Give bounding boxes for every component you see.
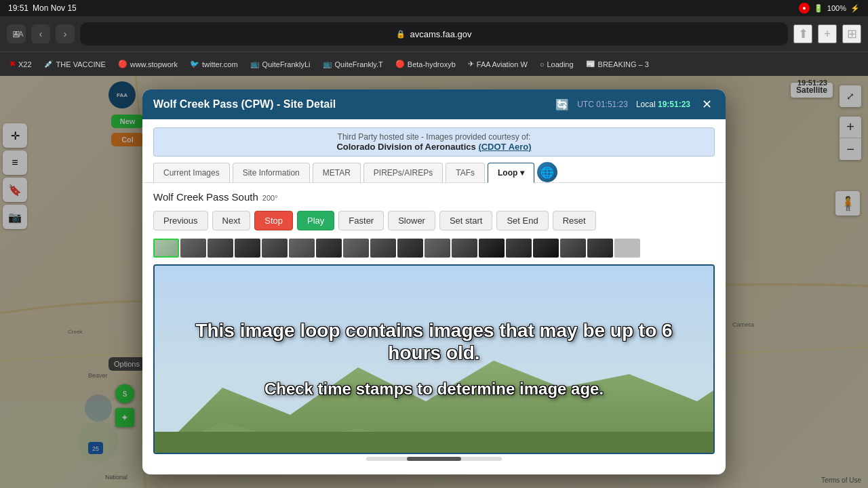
bookmark-loading-label: Loading — [547, 60, 573, 68]
modal-body: Third Party hosted site - Images provide… — [142, 119, 726, 474]
film-frame-14[interactable] — [533, 239, 559, 258]
camera-title: Wolf Creek Pass South 200° — [153, 191, 715, 203]
overlay-line1: This image loop contains images that may… — [168, 319, 700, 365]
browser-chrome: ⊞ ‹ › AA 🔒 avcams.faa.gov ⬆ + ⊞ — [0, 16, 868, 52]
previous-button[interactable]: Previous — [153, 211, 208, 230]
bookmark-breaking[interactable]: 📰 BREAKING – 3 — [580, 57, 654, 71]
bookmark-stopwork-icon: 🔴 — [118, 60, 127, 68]
film-frame-0[interactable] — [153, 239, 179, 258]
modal-title: Wolf Creek Pass (CPW) - Site Detail — [153, 98, 336, 110]
tab-globe-button[interactable]: 🌐 — [537, 162, 557, 182]
set-end-button[interactable]: Set End — [496, 211, 548, 230]
film-frame-2[interactable] — [208, 239, 233, 258]
utc-label: UTC 01:51:23 — [577, 100, 628, 109]
charging-icon: ⚡ — [850, 4, 860, 13]
film-frame-10[interactable] — [425, 239, 450, 258]
bookmark-beta-label: Beta-hydroxyb — [408, 60, 456, 68]
film-frame-1[interactable] — [180, 239, 206, 258]
scroll-thumb — [407, 457, 461, 461]
film-frame-11[interactable] — [452, 239, 477, 258]
bookmark-twitter-icon: 🐦 — [190, 60, 199, 68]
tab-loop[interactable]: Loop ▾ — [488, 163, 534, 183]
film-frame-7[interactable] — [343, 239, 369, 258]
url-lock-icon: 🔒 — [396, 30, 406, 39]
tab-site-information[interactable]: Site Information — [233, 163, 310, 183]
bookmarks-bar: ✖ X22 💉 THE VACCINE 🔴 www.stopwork 🐦 twi… — [0, 52, 868, 76]
third-party-banner: Third Party hosted site - Images provide… — [153, 127, 715, 157]
modal-close-button[interactable]: ✕ — [698, 96, 715, 113]
tab-pireps[interactable]: PIREPs/AIREPs — [363, 163, 443, 183]
status-date: Mon Nov 15 — [33, 3, 77, 13]
bookmark-loading[interactable]: ○ Loading — [534, 58, 579, 71]
bookmark-breaking-label: BREAKING – 3 — [598, 60, 649, 68]
bookmark-vaccine[interactable]: 💉 THE VACCINE — [39, 57, 111, 71]
stop-button[interactable]: Stop — [254, 211, 293, 230]
bookmark-x22-label: X22 — [18, 60, 32, 68]
back-button[interactable]: ‹ — [31, 24, 50, 43]
forward-button[interactable]: › — [56, 24, 75, 43]
modal-refresh-button[interactable]: 🔄 — [555, 98, 569, 111]
tabs-button[interactable]: ⊞ — [842, 24, 861, 43]
battery-pct: 100% — [827, 4, 846, 12]
film-frame-17[interactable] — [614, 239, 640, 258]
bookmark-frankly2-label: QuiteFrankly.T — [335, 60, 383, 68]
bookmark-x22[interactable]: ✖ X22 — [4, 57, 37, 71]
tab-tafs[interactable]: TAFs — [446, 163, 485, 183]
film-frame-12[interactable] — [479, 239, 505, 258]
bookmark-frankly1[interactable]: 📺 QuiteFranklyLi — [245, 57, 316, 71]
film-frame-3[interactable] — [235, 239, 260, 258]
film-frame-13[interactable] — [506, 239, 532, 258]
playback-controls: Previous Next Stop Play Faster Slower Se… — [153, 211, 715, 230]
modal-tabs: Current Images Site Information METAR PI… — [142, 162, 726, 183]
reset-button[interactable]: Reset — [553, 211, 596, 230]
url-bar[interactable]: AA 🔒 avcams.faa.gov — [80, 22, 788, 45]
play-button[interactable]: Play — [297, 211, 334, 230]
modal-overlay: Wolf Creek Pass (CPW) - Site Detail 🔄 UT… — [0, 76, 868, 488]
bookmark-x22-icon: ✖ — [9, 60, 16, 68]
bookmark-faa[interactable]: ✈ FAA Aviation W — [462, 57, 533, 71]
next-button[interactable]: Next — [212, 211, 251, 230]
battery-icon: 🔋 — [814, 4, 823, 13]
status-bar-left: 19:51 Mon Nov 15 — [8, 3, 77, 13]
url-text: avcams.faa.gov — [410, 29, 471, 39]
map-container: Beaver Creek Celesti Camera Camera Natio… — [0, 76, 868, 488]
scroll-track — [366, 457, 502, 461]
cdot-link[interactable]: (CDOT Aero) — [478, 142, 531, 152]
camera-degree: 200° — [262, 194, 278, 202]
bookmark-beta-icon: 🔴 — [395, 60, 405, 68]
bookmark-beta[interactable]: 🔴 Beta-hydroxyb — [390, 57, 461, 71]
modal-content: Wolf Creek Pass South 200° Previous Next… — [142, 191, 726, 474]
film-frame-5[interactable] — [289, 239, 315, 258]
bookmark-frankly1-icon: 📺 — [250, 60, 260, 68]
status-bar-right: ● 🔋 100% ⚡ — [799, 3, 860, 14]
bookmark-vaccine-icon: 💉 — [44, 60, 54, 68]
camera-name: Wolf Creek Pass South — [153, 191, 258, 203]
bookmark-frankly1-label: QuiteFranklyLi — [262, 60, 311, 68]
status-bar: 19:51 Mon Nov 15 ● 🔋 100% ⚡ — [0, 0, 868, 16]
set-start-button[interactable]: Set start — [439, 211, 492, 230]
tab-current-images[interactable]: Current Images — [153, 163, 230, 183]
bookmark-stopwork-label: www.stopwork — [130, 60, 178, 68]
overlay-line2: Check time stamps to determine image age… — [168, 378, 700, 399]
bookmark-twitter-label: twitter.com — [202, 60, 238, 68]
bookmark-twitter[interactable]: 🐦 twitter.com — [184, 57, 243, 71]
new-tab-button[interactable]: + — [818, 24, 837, 43]
tab-metar[interactable]: METAR — [313, 163, 361, 183]
camera-image-area: This image loop contains images that may… — [153, 264, 715, 454]
film-frame-4[interactable] — [262, 239, 288, 258]
film-frame-8[interactable] — [370, 239, 396, 258]
third-party-line2: Colorado Division of Aeronautics (CDOT A… — [162, 142, 706, 152]
bookmark-frankly2[interactable]: 📺 QuiteFrankly.T — [317, 57, 389, 71]
modal-dialog: Wolf Creek Pass (CPW) - Site Detail 🔄 UT… — [142, 89, 726, 474]
film-frame-15[interactable] — [560, 239, 586, 258]
record-icon: ● — [799, 3, 810, 14]
faster-button[interactable]: Faster — [338, 211, 384, 230]
film-frame-16[interactable] — [587, 239, 613, 258]
bookmark-faa-label: FAA Aviation W — [477, 60, 528, 68]
share-button[interactable]: ⬆ — [793, 24, 812, 43]
film-frame-9[interactable] — [397, 239, 423, 258]
bookmark-frankly2-icon: 📺 — [323, 60, 332, 68]
slower-button[interactable]: Slower — [388, 211, 435, 230]
bookmark-stopwork[interactable]: 🔴 www.stopwork — [113, 57, 183, 71]
film-frame-6[interactable] — [316, 239, 342, 258]
